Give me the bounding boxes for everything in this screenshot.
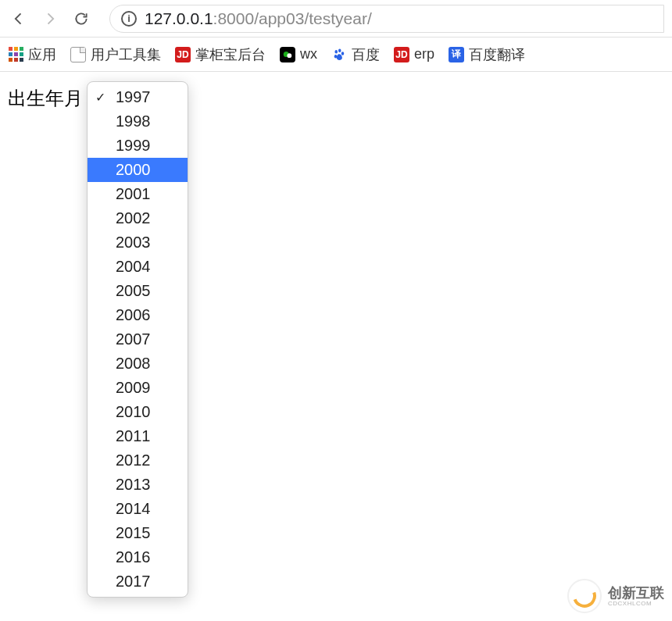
year-option[interactable]: 2013	[88, 473, 188, 497]
translate-icon: 译	[449, 47, 464, 62]
year-option[interactable]: 2017	[88, 569, 188, 594]
year-option[interactable]: 1998	[88, 109, 188, 134]
baidu-icon	[331, 47, 347, 62]
page-content: 出生年月 ✓1997199819992000200120022003200420…	[0, 72, 672, 125]
page-icon	[70, 47, 86, 62]
bookmark-label: erp	[414, 46, 434, 62]
birth-year-label: 出生年月	[8, 87, 83, 109]
year-option-label: 1998	[116, 112, 151, 130]
year-option[interactable]: 2012	[88, 448, 188, 473]
year-option-label: 2005	[116, 282, 151, 300]
year-option[interactable]: 2006	[88, 303, 188, 327]
site-info-icon[interactable]: i	[121, 11, 137, 27]
svg-point-4	[341, 52, 344, 55]
watermark-sub: CDCXHLCOM	[608, 600, 664, 607]
year-option[interactable]: 2011	[88, 424, 188, 448]
year-option-label: 2010	[116, 403, 151, 421]
svg-point-3	[338, 48, 341, 52]
year-dropdown[interactable]: ✓199719981999200020012002200320042005200…	[87, 81, 188, 598]
bookmark-label: 应用	[28, 45, 56, 64]
url-path: :8000/app03/testyear/	[213, 9, 372, 27]
back-button[interactable]	[8, 8, 30, 30]
year-option[interactable]: 2004	[88, 255, 188, 279]
jd-icon: JD	[175, 47, 191, 62]
address-bar[interactable]: i 127.0.0.1:8000/app03/testyear/	[109, 5, 664, 33]
bookmark-label: wx	[300, 46, 317, 62]
year-option-label: 2004	[116, 258, 151, 276]
year-option[interactable]: 2016	[88, 545, 188, 569]
year-option-label: 2009	[116, 379, 151, 397]
url-host: 127.0.0.1	[145, 9, 213, 27]
year-option-label: 2011	[116, 427, 151, 445]
year-option[interactable]: 2001	[88, 182, 188, 206]
watermark-brand: 创新互联	[608, 586, 664, 600]
browser-toolbar: i 127.0.0.1:8000/app03/testyear/	[0, 0, 672, 37]
svg-point-2	[335, 50, 338, 54]
bookmark-shopkeeper[interactable]: JD 掌柜宝后台	[175, 45, 266, 64]
year-option-label: 1997	[116, 88, 151, 106]
bookmark-baidu-translate[interactable]: 译 百度翻译	[449, 45, 525, 64]
year-option-label: 2015	[116, 524, 151, 542]
year-option-label: 2013	[116, 476, 151, 494]
year-option-label: 2008	[116, 355, 151, 373]
bookmarks-bar: 应用 用户工具集 JD 掌柜宝后台 wx 百度 JD erp 译 百度翻译	[0, 37, 672, 72]
year-option[interactable]: 2005	[88, 279, 188, 303]
bookmark-erp[interactable]: JD erp	[394, 46, 434, 62]
year-option[interactable]: 2014	[88, 497, 188, 521]
forward-button[interactable]	[39, 8, 61, 30]
year-option-label: 2014	[116, 500, 151, 518]
year-option-label: 2017	[116, 573, 151, 591]
year-option-label: 2003	[116, 234, 151, 252]
year-option[interactable]: 2008	[88, 352, 188, 376]
wechat-icon	[280, 47, 295, 62]
bookmark-label: 百度翻译	[469, 45, 525, 64]
year-option[interactable]: 2000	[88, 158, 188, 182]
svg-point-1	[287, 53, 291, 58]
bookmark-apps[interactable]: 应用	[8, 45, 56, 64]
bookmark-user-tools[interactable]: 用户工具集	[70, 45, 161, 64]
reload-icon	[73, 11, 89, 27]
reload-button[interactable]	[70, 8, 92, 30]
year-option-label: 2007	[116, 330, 151, 348]
checkmark-icon: ✓	[95, 90, 105, 105]
year-option-label: 2001	[116, 185, 151, 203]
year-option-label: 2002	[116, 209, 151, 227]
year-option[interactable]: 1999	[88, 134, 188, 158]
bookmark-baidu[interactable]: 百度	[331, 45, 380, 64]
year-option-label: 2000	[116, 161, 151, 179]
arrow-left-icon	[11, 11, 27, 27]
watermark-logo-icon	[567, 579, 602, 613]
year-option[interactable]: 2003	[88, 230, 188, 255]
bookmark-label: 掌柜宝后台	[195, 45, 266, 64]
arrow-right-icon	[42, 11, 58, 27]
year-option-label: 2012	[116, 451, 151, 469]
year-option[interactable]: 2002	[88, 206, 188, 230]
year-option-label: 2006	[116, 306, 151, 324]
url-text: 127.0.0.1:8000/app03/testyear/	[145, 9, 372, 28]
bookmark-label: 百度	[352, 45, 380, 64]
year-option-label: 1999	[116, 137, 151, 155]
watermark: 创新互联 CDCXHLCOM	[567, 579, 664, 613]
year-option[interactable]: 2007	[88, 327, 188, 352]
year-option[interactable]: 2009	[88, 376, 188, 400]
bookmark-wx[interactable]: wx	[280, 46, 317, 62]
year-option[interactable]: 2010	[88, 400, 188, 424]
year-option-label: 2016	[116, 548, 151, 566]
jd-icon: JD	[394, 47, 409, 62]
apps-grid-icon	[8, 47, 23, 62]
year-option[interactable]: 2015	[88, 521, 188, 545]
year-option[interactable]: ✓1997	[88, 85, 188, 109]
bookmark-label: 用户工具集	[91, 45, 161, 64]
